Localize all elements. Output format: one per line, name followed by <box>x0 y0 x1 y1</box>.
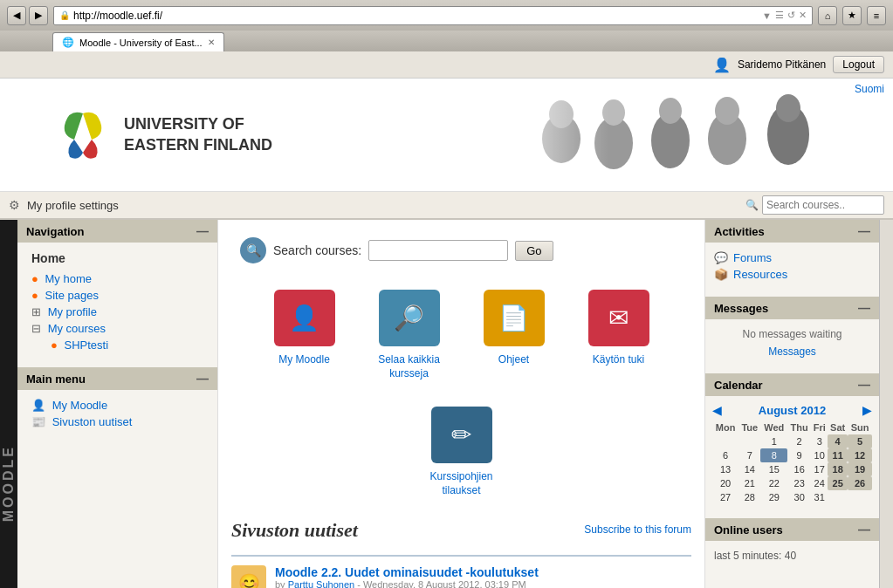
nav-my-profile-link[interactable]: My profile <box>48 305 97 318</box>
nav-site-pages[interactable]: ● Site pages <box>26 287 209 304</box>
forums-link[interactable]: Forums <box>733 251 772 264</box>
post-author-link[interactable]: Parttu Suhonen <box>288 579 354 588</box>
address-bar[interactable]: 🔒 ▼ ☰ ↺ ✕ <box>53 6 813 25</box>
browse-courses-icon-item[interactable]: 🔎 Selaa kaikkia kursseja <box>370 290 449 380</box>
nav-my-home[interactable]: ● My home <box>26 270 209 287</box>
forward-button[interactable]: ▶ <box>29 6 48 25</box>
messages-link[interactable]: Messages <box>768 345 816 358</box>
language-link[interactable]: Suomi <box>855 83 884 95</box>
cal-day: 15 <box>760 462 787 476</box>
main-menu-news[interactable]: 📰 Sivuston uutiset <box>26 414 209 430</box>
news-section: Sivuston uutiset Subscribe to this forum… <box>231 519 691 588</box>
cal-day: 11 <box>828 448 848 462</box>
navigation-title: Navigation <box>26 225 84 238</box>
resources-icon: 📦 <box>714 268 728 281</box>
support-icon-label: Käytön tuki <box>593 353 644 367</box>
cal-th-thu: Thu <box>787 420 811 434</box>
main-layout: MOODLE Navigation — Home ● My home ● Sit… <box>0 220 893 588</box>
course-icons-row: 👤 My Moodle 🔎 Selaa kaikkia kursseja 📄 O… <box>231 290 691 497</box>
activities-list: 💬 Forums 📦 Resources <box>705 243 879 290</box>
online-users-toggle[interactable]: — <box>858 523 870 537</box>
cal-day: 9 <box>787 448 811 462</box>
news-post: 😊 Moodle 2.2. Uudet ominaisuudet -koulut… <box>231 565 691 588</box>
home-button[interactable]: ⌂ <box>818 6 837 25</box>
cal-day[interactable]: 8 <box>760 448 787 462</box>
tab-close-button[interactable]: ✕ <box>208 38 215 47</box>
online-users-title: Online users <box>714 523 783 537</box>
expand-icon: ⊞ <box>31 305 41 318</box>
online-users-status: last 5 minutes: 40 <box>714 550 796 562</box>
nav-my-home-link[interactable]: My home <box>45 272 91 285</box>
cal-day: 7 <box>738 448 760 462</box>
my-moodle-icon: 👤 <box>289 304 319 332</box>
cal-day: 12 <box>848 448 872 462</box>
cal-next-button[interactable]: ▶ <box>862 403 872 417</box>
messages-block-header: Messages — <box>705 297 879 319</box>
online-users-block: Online users — last 5 minutes: 40 <box>705 518 879 571</box>
main-menu-toggle[interactable]: — <box>196 372 209 386</box>
svg-rect-10 <box>509 86 841 191</box>
content-area: 🔍 Search courses: Go 👤 My Moodle 🔎 Selaa… <box>218 220 704 588</box>
resources-item[interactable]: 📦 Resources <box>714 266 870 283</box>
cal-day: 31 <box>811 490 828 504</box>
navigation-toggle[interactable]: — <box>196 224 209 238</box>
post-body: Moodle 2.2. Uudet ominaisuudet -koulutuk… <box>275 565 691 588</box>
ohjeet-icon-item[interactable]: 📄 Ohjeet <box>475 290 553 380</box>
messages-status: No messages waiting <box>714 328 870 340</box>
search-courses-input[interactable] <box>368 240 508 261</box>
calendar-toggle[interactable]: — <box>858 378 870 392</box>
support-icon: ✉ <box>608 304 629 332</box>
browse-courses-icon-label: Selaa kaikkia kursseja <box>370 353 449 380</box>
logout-button[interactable]: Logout <box>833 56 884 73</box>
menu-button[interactable]: ≡ <box>867 6 886 25</box>
my-moodle-icon-label: My Moodle <box>278 353 330 367</box>
post-meta: by Parttu Suhonen - Wednesday, 8 August … <box>275 579 691 588</box>
header-search-input[interactable] <box>762 195 884 215</box>
messages-block: Messages — No messages waiting Messages <box>705 297 879 366</box>
right-sidebar: Activities — 💬 Forums 📦 Resources Messag… <box>704 220 879 588</box>
uef-logo-icon <box>52 105 113 166</box>
cal-day <box>848 490 872 504</box>
messages-toggle[interactable]: — <box>858 301 870 315</box>
nav-shptesti[interactable]: ● SHPtesti <box>26 337 209 353</box>
nav-shptesti-link[interactable]: SHPtesti <box>64 338 108 352</box>
cal-day: 22 <box>760 476 787 490</box>
scrollbar[interactable] <box>879 220 893 588</box>
cal-day: 18 <box>828 462 848 476</box>
post-title-link[interactable]: Moodle 2.2. Uudet ominaisuudet -koulutuk… <box>275 565 539 579</box>
support-icon-item[interactable]: ✉ Käytön tuki <box>580 290 658 380</box>
ohjeet-icon-box: 📄 <box>484 290 545 346</box>
cal-prev-button[interactable]: ◀ <box>712 403 722 417</box>
active-tab[interactable]: 🌐 Moodle - University of East... ✕ <box>52 32 224 51</box>
main-menu-block: Main menu — 👤 My Moodle 📰 Sivuston uutis… <box>17 367 217 437</box>
nav-my-courses-link[interactable]: My courses <box>48 322 106 335</box>
messages-title: Messages <box>714 302 768 315</box>
main-menu-content: 👤 My Moodle 📰 Sivuston uutiset <box>17 390 217 437</box>
templates-icon-item[interactable]: ✏ Kurssipohjien tilaukset <box>422 407 501 497</box>
cal-th-sat: Sat <box>828 420 848 434</box>
calendar-content: ◀ August 2012 ▶ Mon Tue Wed Thu Fri Sat <box>705 396 879 511</box>
search-go-button[interactable]: Go <box>515 241 553 261</box>
nav-my-courses[interactable]: ⊟ My courses <box>26 320 209 337</box>
cal-day: 10 <box>811 448 828 462</box>
my-moodle-icon-item[interactable]: 👤 My Moodle <box>265 290 344 380</box>
cal-day: 20 <box>712 476 738 490</box>
calendar-table: Mon Tue Wed Thu Fri Sat Sun 123456789101… <box>712 420 872 504</box>
forums-item[interactable]: 💬 Forums <box>714 250 870 266</box>
nav-site-pages-link[interactable]: Site pages <box>45 289 98 302</box>
back-button[interactable]: ◀ <box>7 6 26 25</box>
main-menu-my-moodle-link[interactable]: My Moodle <box>52 399 108 412</box>
cal-day: 13 <box>712 462 738 476</box>
online-users-block-header: Online users — <box>705 518 879 541</box>
activities-toggle[interactable]: — <box>858 224 870 238</box>
bookmarks-button[interactable]: ★ <box>842 6 862 25</box>
top-toolbar: 👤 Saridemo Pitkänen Logout <box>0 51 893 79</box>
resources-link[interactable]: Resources <box>733 268 787 281</box>
main-menu-title: Main menu <box>26 373 86 386</box>
browser-nav-buttons[interactable]: ◀ ▶ <box>7 6 48 25</box>
subscribe-link[interactable]: Subscribe to this forum <box>584 523 691 536</box>
main-menu-news-link[interactable]: Sivuston uutiset <box>52 415 133 428</box>
nav-my-profile[interactable]: ⊞ My profile <box>26 304 209 320</box>
main-menu-my-moodle[interactable]: 👤 My Moodle <box>26 397 209 414</box>
url-input[interactable] <box>73 10 759 22</box>
